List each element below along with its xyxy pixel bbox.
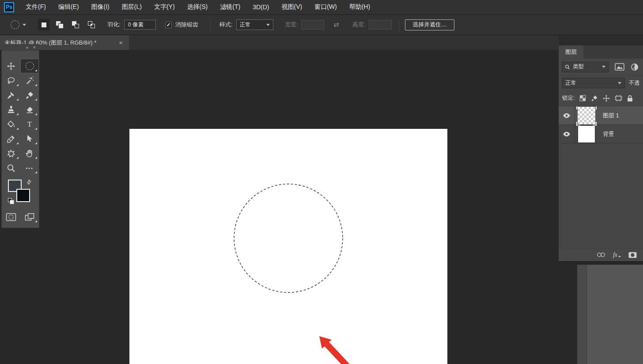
eraser-icon	[25, 105, 34, 114]
add-layer-mask-icon[interactable]	[628, 252, 637, 258]
layer-filter-type-select[interactable]: 类型	[562, 62, 609, 72]
menu-filter[interactable]: 滤镜(T)	[214, 0, 246, 15]
select-and-mask-button[interactable]: 选择并遮住…	[405, 19, 454, 30]
collapse-panel-icon[interactable]: «	[26, 45, 28, 50]
clone-stamp-tool[interactable]	[2, 102, 20, 117]
style-select[interactable]: 正常	[236, 19, 273, 30]
subtract-from-selection-button[interactable]	[70, 19, 81, 30]
quick-mask-icon	[6, 213, 16, 221]
blend-mode-select[interactable]: 正常	[562, 78, 625, 88]
feather-input[interactable]: 0 像素	[124, 20, 156, 30]
height-label: 高度:	[352, 21, 366, 29]
menu-layer[interactable]: 图层(L)	[116, 0, 148, 15]
layer-name[interactable]: 图层 1	[603, 112, 619, 120]
add-to-selection-icon	[56, 21, 63, 28]
visibility-toggle[interactable]	[559, 125, 575, 143]
document-canvas[interactable]	[129, 129, 447, 364]
toolbox-body: T	[2, 51, 39, 228]
feather-group: 羽化: 0 像素	[107, 15, 156, 34]
selection-arrow-icon	[26, 135, 33, 143]
selection-and-annotation-layer	[129, 129, 447, 364]
clone-stamp-icon	[7, 105, 15, 114]
layer-style-button[interactable]: fx	[613, 251, 621, 259]
menu-3d[interactable]: 3D(D)	[246, 0, 275, 15]
lock-transparency-icon[interactable]	[579, 95, 586, 101]
direct-selection-tool[interactable]	[20, 131, 39, 146]
menu-window[interactable]: 窗口(W)	[308, 0, 343, 15]
swap-dimensions-icon: ⇄	[333, 15, 339, 34]
link-layers-icon[interactable]	[597, 252, 605, 257]
menu-help[interactable]: 帮助(H)	[343, 0, 376, 15]
layer-name[interactable]: 背景	[603, 130, 614, 138]
antialias-label: 消除锯齿	[175, 21, 198, 29]
tab-layers[interactable]: 图层	[559, 45, 583, 59]
type-tool[interactable]: T	[20, 117, 39, 131]
lasso-tool[interactable]	[2, 73, 20, 88]
zoom-tool[interactable]	[2, 161, 20, 175]
menu-type[interactable]: 文字(Y)	[148, 0, 181, 15]
panel-dock-strip	[559, 35, 643, 45]
width-label: 宽度:	[285, 21, 298, 29]
antialias-checkbox[interactable]: ✓	[165, 22, 172, 28]
menu-edit[interactable]: 编辑(E)	[52, 0, 85, 15]
subtract-from-selection-icon	[72, 21, 79, 28]
lock-pixels-icon[interactable]	[591, 95, 598, 102]
custom-shape-tool[interactable]	[2, 146, 20, 161]
marching-ants-selection[interactable]	[234, 184, 343, 293]
elliptical-marquee-tool[interactable]	[20, 59, 39, 73]
layer-thumbnail[interactable]	[578, 107, 595, 124]
elliptical-marquee-icon	[26, 62, 34, 70]
toolbox-header[interactable]: « ×	[2, 44, 39, 51]
lock-all-icon[interactable]	[627, 95, 633, 102]
adjustment-layer-filter-icon[interactable]	[631, 63, 639, 71]
hand-icon	[25, 149, 34, 158]
intersect-selection-button[interactable]	[86, 19, 97, 30]
pixel-layer-filter-icon[interactable]	[615, 63, 624, 71]
default-colors-icon[interactable]	[8, 198, 15, 205]
pen-tool[interactable]	[2, 131, 20, 146]
paint-bucket-tool[interactable]	[2, 117, 20, 131]
style-label: 样式:	[219, 21, 233, 29]
background-color-swatch[interactable]	[16, 189, 30, 202]
more-tools-button[interactable]: •••	[20, 161, 39, 175]
fx-icon: fx	[613, 251, 617, 259]
close-document-icon[interactable]: ×	[117, 39, 125, 46]
add-to-selection-button[interactable]	[54, 19, 65, 30]
lock-position-icon[interactable]	[603, 95, 610, 102]
layer-row-layer1[interactable]: 图层 1	[559, 106, 643, 125]
screen-mode-button[interactable]	[20, 210, 39, 224]
eraser-tool[interactable]	[20, 102, 39, 117]
selection-mode-group	[38, 15, 97, 34]
menu-view[interactable]: 视图(V)	[275, 0, 308, 15]
menu-file[interactable]: 文件(F)	[19, 0, 52, 15]
layer-row-background[interactable]: 背景	[559, 125, 643, 143]
antialias-group: ✓ 消除锯齿	[165, 15, 198, 34]
toolbox-panel: « ×	[2, 44, 39, 228]
move-tool[interactable]	[2, 59, 20, 73]
red-annotation-arrow	[319, 336, 352, 364]
feather-label: 羽化:	[107, 21, 121, 29]
custom-shape-icon	[7, 149, 15, 158]
menu-select[interactable]: 选择(S)	[181, 0, 214, 15]
new-selection-icon	[42, 23, 46, 27]
tool-options-bar: 羽化: 0 像素 ✓ 消除锯齿 样式: 正常 宽度: ⇄ 高度: 选择并遮住…	[0, 15, 643, 35]
select-and-mask-group: 选择并遮住…	[405, 15, 454, 34]
layer-thumbnail[interactable]	[578, 125, 595, 143]
hand-tool[interactable]	[20, 146, 39, 161]
quick-mask-mode-button[interactable]	[2, 210, 20, 224]
visibility-toggle[interactable]	[559, 106, 575, 124]
eyedropper-tool[interactable]	[2, 88, 20, 102]
brush-tool[interactable]	[20, 88, 39, 102]
eye-icon	[563, 131, 571, 137]
new-selection-button[interactable]	[38, 19, 49, 30]
menu-image[interactable]: 图像(I)	[85, 0, 116, 15]
close-panel-icon[interactable]: ×	[33, 45, 36, 50]
lock-label: 锁定:	[562, 94, 575, 102]
style-select-value: 正常	[240, 21, 251, 29]
layer-filter-row: 类型	[559, 59, 643, 75]
magic-wand-tool[interactable]	[20, 73, 39, 88]
tool-preset-picker[interactable]	[11, 15, 26, 34]
swap-colors-icon[interactable]: ⇄	[25, 178, 33, 186]
lock-artboard-icon[interactable]	[615, 95, 622, 101]
photoshop-logo[interactable]: Ps	[4, 2, 14, 12]
